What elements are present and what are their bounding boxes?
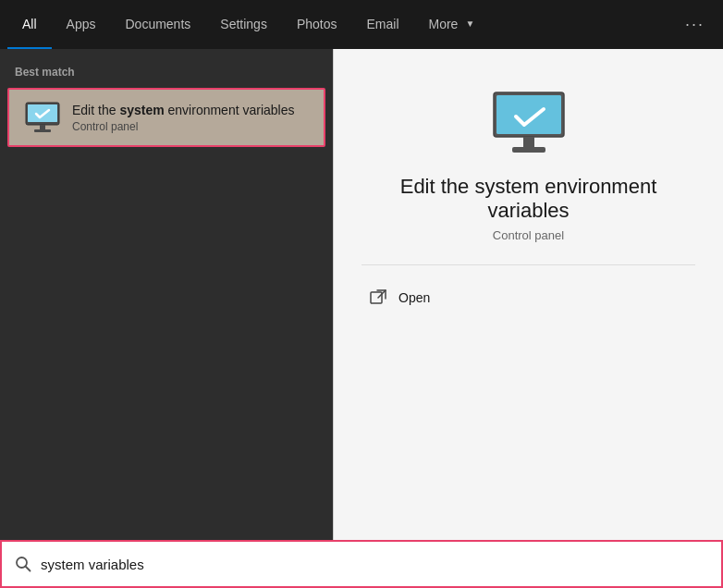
detail-title: Edit the system environment variables [362,175,695,223]
tab-email[interactable]: Email [351,0,413,49]
detail-actions: Open [362,280,695,315]
search-bar [0,540,723,588]
result-item-text: Edit the system environment variables Co… [72,102,295,133]
right-panel: Edit the system environment variables Co… [333,49,723,540]
action-open-label: Open [398,290,430,305]
tab-settings[interactable]: Settings [205,0,282,49]
left-panel: Best match [0,49,333,540]
top-nav: All Apps Documents Settings Photos Email… [0,0,723,49]
svg-rect-10 [371,292,382,303]
svg-rect-8 [523,137,534,147]
overflow-menu-button[interactable]: ··· [674,15,716,34]
section-best-match: Best match [0,60,333,86]
svg-line-13 [26,567,31,571]
svg-rect-3 [40,125,45,129]
svg-rect-4 [34,129,51,132]
chevron-down-icon: ▼ [465,18,474,29]
svg-rect-2 [28,104,57,122]
search-icon [15,556,31,572]
svg-rect-7 [496,95,561,134]
tab-documents[interactable]: Documents [110,0,205,49]
search-input[interactable] [41,557,708,572]
detail-divider [362,264,695,265]
open-icon [369,289,387,306]
result-item-title: Edit the system environment variables [72,102,295,118]
detail-icon [492,86,566,160]
result-item-subtitle: Control panel [72,120,295,133]
result-item-icon [24,99,61,136]
action-open[interactable]: Open [362,280,695,315]
main-content: Best match [0,49,723,540]
detail-subtitle: Control panel [493,228,564,242]
svg-rect-9 [512,147,545,153]
tab-photos[interactable]: Photos [282,0,352,49]
tab-apps[interactable]: Apps [52,0,111,49]
tab-all[interactable]: All [7,0,52,49]
result-item-env-vars[interactable]: Edit the system environment variables Co… [7,88,325,147]
tab-more[interactable]: More ▼ [414,0,490,49]
